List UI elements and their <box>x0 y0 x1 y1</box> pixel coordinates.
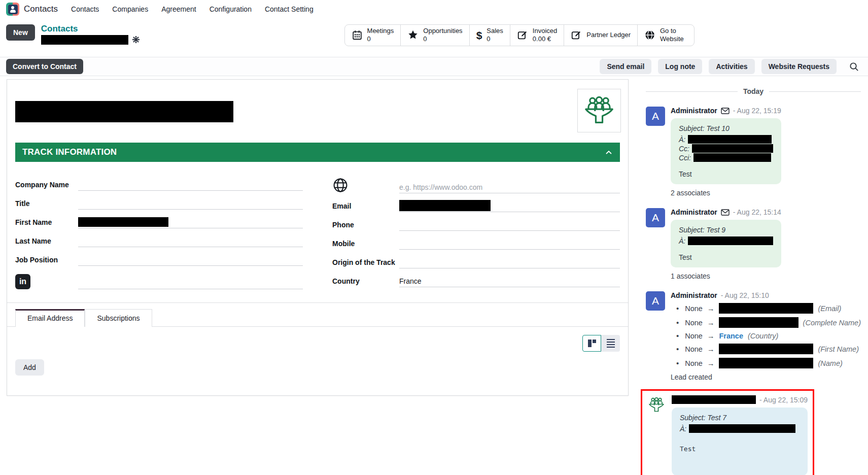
message-subject: Subject: Test 10 <box>679 124 773 132</box>
record-form-card: TRACK INFORMATION Company Name Title Fir… <box>7 79 629 396</box>
pencil-square-icon <box>571 29 582 41</box>
stat-button-go-to-website[interactable]: Go to Website <box>637 25 694 46</box>
stat-button-partner-ledger[interactable]: Partner Ledger <box>564 25 637 46</box>
field-label-mobile: Mobile <box>332 240 399 250</box>
add-button[interactable]: Add <box>15 359 44 376</box>
log-note-button[interactable]: Log note <box>658 59 702 74</box>
message-footer: 2 associates <box>671 189 861 197</box>
new-button[interactable]: New <box>6 24 35 41</box>
field-label-title: Title <box>15 199 78 210</box>
message-timestamp: - Aug 22, 15:09 <box>759 396 808 404</box>
linkedin-icon: in <box>15 274 30 289</box>
view-toggles <box>582 335 620 352</box>
chatter-panel: Today A Administrator - Aug 22, 15:19 Su… <box>629 76 868 475</box>
to-redacted <box>688 135 772 144</box>
breadcrumb: Contacts <box>41 24 140 45</box>
send-email-button[interactable]: Send email <box>600 59 651 74</box>
message-subject: Subject: Test 7 <box>680 414 800 422</box>
globe-icon <box>644 29 655 41</box>
kanban-view-toggle[interactable] <box>582 335 601 352</box>
to-label: À: <box>679 135 685 144</box>
track-information-header[interactable]: TRACK INFORMATION <box>15 143 620 162</box>
phone-input[interactable] <box>399 218 620 231</box>
field-name: (Name) <box>818 359 842 367</box>
job-position-input[interactable] <box>78 253 303 266</box>
field-label-email: Email <box>332 202 399 212</box>
message-author: Administrator <box>671 208 717 216</box>
cci-redacted <box>693 153 771 162</box>
app-brand[interactable]: Contacts <box>6 3 58 16</box>
field-name: (First Name) <box>818 345 859 353</box>
country-select[interactable]: France <box>399 274 620 287</box>
message-footer: 1 associates <box>671 272 861 280</box>
stat-button-group: Meetings 0 Opportunities 0 $ Sales 0 <box>344 24 695 46</box>
origin-of-track-input[interactable] <box>399 255 620 268</box>
avatar: A <box>646 208 665 227</box>
author-redacted <box>672 395 756 404</box>
arrow-right-icon: → <box>707 332 715 340</box>
field-label-job-position: Job Position <box>15 256 78 266</box>
title-input[interactable] <box>78 196 303 210</box>
message-timestamp: - Aug 22, 15:19 <box>733 107 781 115</box>
record-title-redacted <box>15 101 233 122</box>
list-view-toggle[interactable] <box>601 335 620 352</box>
nav-item-companies[interactable]: Companies <box>112 5 148 13</box>
tab-subscriptions[interactable]: Subscriptions <box>85 309 152 327</box>
website-requests-button[interactable]: Website Requests <box>761 59 837 74</box>
message-subject: Subject: Test 9 <box>679 226 773 234</box>
website-input[interactable] <box>399 180 620 193</box>
stat-button-invoiced[interactable]: Invoiced 0.00 € <box>510 25 564 46</box>
chevron-up-icon[interactable] <box>605 149 613 155</box>
to-label: À: <box>680 425 686 433</box>
cci-label: Cci: <box>679 154 691 162</box>
breadcrumb-title[interactable]: Contacts <box>41 24 140 34</box>
search-icon[interactable] <box>849 62 859 72</box>
last-name-input[interactable] <box>78 234 303 247</box>
old-value: None <box>685 332 703 340</box>
first-name-redacted <box>78 217 168 227</box>
email-input[interactable] <box>399 199 620 212</box>
field-label-country: Country <box>332 277 399 287</box>
gear-icon[interactable] <box>132 36 140 44</box>
arrow-right-icon: → <box>707 345 715 353</box>
field-label-origin-of-track: Origin of the Track <box>332 258 399 268</box>
arrow-right-icon: → <box>707 304 715 313</box>
nav-item-agreement[interactable]: Agreement <box>161 5 196 13</box>
mobile-input[interactable] <box>399 236 620 250</box>
notebook-tabs: Email Address Subscriptions <box>7 309 628 327</box>
star-icon <box>407 29 419 41</box>
stat-button-sales[interactable]: $ Sales 0 <box>469 25 510 46</box>
company-name-input[interactable] <box>78 178 303 191</box>
highlighted-message-box: - Aug 22, 15:09 Subject: Test 7 À: Test … <box>641 389 814 475</box>
field-label-phone: Phone <box>332 221 399 231</box>
record-image-box[interactable] <box>577 89 621 132</box>
stat-button-meetings[interactable]: Meetings 0 <box>345 25 401 46</box>
first-name-input[interactable] <box>78 215 303 228</box>
message-body: Test <box>679 253 773 261</box>
field-label-first-name: First Name <box>15 218 78 228</box>
old-value: None <box>685 359 703 367</box>
old-value: None <box>685 345 703 353</box>
new-value: France <box>719 332 743 340</box>
new-value-redacted <box>719 358 813 368</box>
message-body: Test <box>680 445 800 453</box>
to-label: À: <box>679 237 685 245</box>
to-redacted <box>689 424 795 433</box>
old-value: None <box>685 304 703 313</box>
nav-item-configuration[interactable]: Configuration <box>210 5 252 13</box>
convert-to-contact-button[interactable]: Convert to Contact <box>6 59 83 74</box>
website-input-field[interactable] <box>399 183 620 193</box>
tab-email-address[interactable]: Email Address <box>15 309 85 327</box>
app-name: Contacts <box>24 4 58 14</box>
country-value[interactable]: France <box>399 277 422 287</box>
arrow-right-icon: → <box>707 359 715 367</box>
dollar-icon: $ <box>476 30 482 41</box>
nav-item-contact-setting[interactable]: Contact Setting <box>265 5 314 13</box>
chatter-message: - Aug 22, 15:09 Subject: Test 7 À: Test … <box>647 395 808 475</box>
stat-button-opportunities[interactable]: Opportunities 0 <box>400 25 469 46</box>
activities-button[interactable]: Activities <box>709 59 754 74</box>
kanban-icon <box>588 340 596 347</box>
linkedin-input[interactable] <box>78 276 303 289</box>
new-value-redacted <box>719 317 798 328</box>
nav-item-contacts[interactable]: Contacts <box>71 5 99 13</box>
